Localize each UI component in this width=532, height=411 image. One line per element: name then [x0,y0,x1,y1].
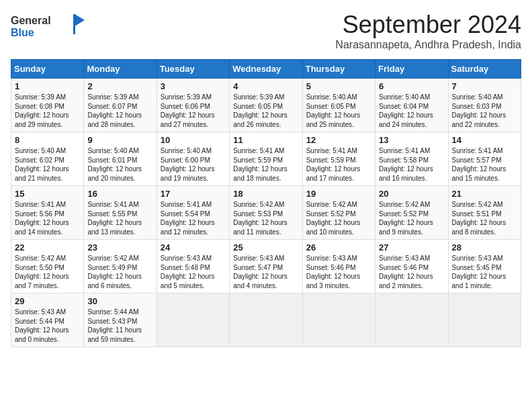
cell-info: Sunrise: 5:40 AM Sunset: 6:01 PM Dayligh… [87,146,152,183]
day-number: 8 [15,135,80,145]
day-number: 29 [15,296,80,306]
cell-info: Sunrise: 5:43 AM Sunset: 5:46 PM Dayligh… [379,254,444,290]
calendar-cell: 30Sunrise: 5:44 AM Sunset: 5:43 PM Dayli… [84,293,157,347]
cell-info: Sunrise: 5:43 AM Sunset: 5:46 PM Dayligh… [306,254,371,290]
day-number: 6 [379,81,444,91]
calendar-week-4: 22Sunrise: 5:42 AM Sunset: 5:50 PM Dayli… [11,240,521,293]
calendar-cell: 20Sunrise: 5:42 AM Sunset: 5:52 PM Dayli… [375,186,448,240]
calendar-cell: 29Sunrise: 5:43 AM Sunset: 5:44 PM Dayli… [11,293,84,347]
calendar-table: SundayMondayTuesdayWednesdayThursdayFrid… [11,59,521,347]
calendar-cell: 21Sunrise: 5:42 AM Sunset: 5:51 PM Dayli… [448,186,521,240]
day-number: 7 [452,81,517,91]
cell-info: Sunrise: 5:41 AM Sunset: 5:58 PM Dayligh… [379,146,444,183]
calendar-cell: 13Sunrise: 5:41 AM Sunset: 5:58 PM Dayli… [375,132,448,186]
logo: General Blue [11,11,85,43]
cell-info: Sunrise: 5:40 AM Sunset: 6:02 PM Dayligh… [15,146,80,183]
day-number: 30 [87,296,152,306]
cell-info: Sunrise: 5:41 AM Sunset: 5:54 PM Dayligh… [161,200,226,236]
cell-info: Sunrise: 5:41 AM Sunset: 5:57 PM Dayligh… [452,146,517,183]
calendar-cell: 19Sunrise: 5:42 AM Sunset: 5:52 PM Dayli… [302,186,375,240]
weekday-header-friday: Friday [375,60,448,79]
svg-text:Blue: Blue [11,27,34,38]
day-number: 24 [161,242,226,253]
cell-info: Sunrise: 5:41 AM Sunset: 5:59 PM Dayligh… [306,146,371,183]
cell-info: Sunrise: 5:42 AM Sunset: 5:50 PM Dayligh… [15,254,80,290]
location-title: Narasannapeta, Andhra Pradesh, India [335,39,521,51]
cell-info: Sunrise: 5:43 AM Sunset: 5:44 PM Dayligh… [15,308,80,344]
weekday-header-thursday: Thursday [302,60,375,79]
day-number: 28 [452,242,517,253]
calendar-cell [302,293,375,347]
cell-info: Sunrise: 5:40 AM Sunset: 6:05 PM Dayligh… [306,93,371,129]
calendar-cell: 4Sunrise: 5:39 AM Sunset: 6:05 PM Daylig… [230,79,302,132]
calendar-cell: 27Sunrise: 5:43 AM Sunset: 5:46 PM Dayli… [375,240,448,293]
cell-info: Sunrise: 5:43 AM Sunset: 5:48 PM Dayligh… [161,254,226,290]
cell-info: Sunrise: 5:40 AM Sunset: 6:00 PM Dayligh… [161,146,226,183]
calendar-cell: 8Sunrise: 5:40 AM Sunset: 6:02 PM Daylig… [11,132,84,186]
cell-info: Sunrise: 5:44 AM Sunset: 5:43 PM Dayligh… [87,308,152,344]
cell-info: Sunrise: 5:43 AM Sunset: 5:45 PM Dayligh… [452,254,517,290]
logo-text: General Blue [11,11,85,43]
day-number: 19 [306,189,371,199]
cell-info: Sunrise: 5:41 AM Sunset: 5:56 PM Dayligh… [15,200,80,236]
calendar-cell: 11Sunrise: 5:41 AM Sunset: 5:59 PM Dayli… [230,132,302,186]
cell-info: Sunrise: 5:42 AM Sunset: 5:51 PM Dayligh… [452,200,517,236]
calendar-cell: 7Sunrise: 5:40 AM Sunset: 6:03 PM Daylig… [448,79,521,132]
calendar-cell: 10Sunrise: 5:40 AM Sunset: 6:00 PM Dayli… [157,132,229,186]
day-number: 9 [87,135,152,145]
svg-marker-2 [75,14,85,26]
calendar-cell: 1Sunrise: 5:39 AM Sunset: 6:08 PM Daylig… [11,79,84,132]
weekday-header-wednesday: Wednesday [230,60,302,79]
month-title: September 2024 [335,11,521,39]
day-number: 3 [161,81,226,91]
calendar-cell: 22Sunrise: 5:42 AM Sunset: 5:50 PM Dayli… [11,240,84,293]
weekday-header-tuesday: Tuesday [157,60,229,79]
cell-info: Sunrise: 5:40 AM Sunset: 6:04 PM Dayligh… [379,93,444,129]
svg-text:General: General [11,15,51,26]
calendar-week-3: 15Sunrise: 5:41 AM Sunset: 5:56 PM Dayli… [11,186,521,240]
calendar-cell: 14Sunrise: 5:41 AM Sunset: 5:57 PM Dayli… [448,132,521,186]
cell-info: Sunrise: 5:42 AM Sunset: 5:52 PM Dayligh… [379,200,444,236]
day-number: 2 [87,81,152,91]
day-number: 26 [306,242,371,253]
day-number: 23 [87,242,152,253]
day-number: 10 [161,135,226,145]
calendar-cell: 17Sunrise: 5:41 AM Sunset: 5:54 PM Dayli… [157,186,229,240]
cell-info: Sunrise: 5:42 AM Sunset: 5:49 PM Dayligh… [87,254,152,290]
calendar-cell: 5Sunrise: 5:40 AM Sunset: 6:05 PM Daylig… [302,79,375,132]
day-number: 20 [379,189,444,199]
calendar-cell: 12Sunrise: 5:41 AM Sunset: 5:59 PM Dayli… [302,132,375,186]
calendar-week-1: 1Sunrise: 5:39 AM Sunset: 6:08 PM Daylig… [11,79,521,132]
cell-info: Sunrise: 5:41 AM Sunset: 5:55 PM Dayligh… [87,200,152,236]
calendar-cell: 26Sunrise: 5:43 AM Sunset: 5:46 PM Dayli… [302,240,375,293]
cell-info: Sunrise: 5:41 AM Sunset: 5:59 PM Dayligh… [233,146,298,183]
day-number: 14 [452,135,517,145]
day-number: 21 [452,189,517,199]
cell-info: Sunrise: 5:39 AM Sunset: 6:07 PM Dayligh… [87,93,152,129]
cell-info: Sunrise: 5:43 AM Sunset: 5:47 PM Dayligh… [233,254,298,290]
calendar-cell [375,293,448,347]
calendar-cell: 23Sunrise: 5:42 AM Sunset: 5:49 PM Dayli… [84,240,157,293]
calendar-cell: 16Sunrise: 5:41 AM Sunset: 5:55 PM Dayli… [84,186,157,240]
calendar-cell [230,293,302,347]
weekday-header-monday: Monday [84,60,157,79]
calendar-cell: 25Sunrise: 5:43 AM Sunset: 5:47 PM Dayli… [230,240,302,293]
day-number: 11 [233,135,298,145]
day-number: 5 [306,81,371,91]
calendar-cell: 15Sunrise: 5:41 AM Sunset: 5:56 PM Dayli… [11,186,84,240]
calendar-cell: 9Sunrise: 5:40 AM Sunset: 6:01 PM Daylig… [84,132,157,186]
day-number: 18 [233,189,298,199]
day-number: 1 [15,81,80,91]
day-number: 4 [233,81,298,91]
day-number: 25 [233,242,298,253]
day-number: 12 [306,135,371,145]
cell-info: Sunrise: 5:42 AM Sunset: 5:52 PM Dayligh… [306,200,371,236]
cell-info: Sunrise: 5:39 AM Sunset: 6:08 PM Dayligh… [15,93,80,129]
day-number: 16 [87,189,152,199]
calendar-cell: 24Sunrise: 5:43 AM Sunset: 5:48 PM Dayli… [157,240,229,293]
calendar-cell [448,293,521,347]
calendar-cell: 3Sunrise: 5:39 AM Sunset: 6:06 PM Daylig… [157,79,229,132]
weekday-header-sunday: Sunday [11,60,84,79]
day-number: 13 [379,135,444,145]
calendar-week-5: 29Sunrise: 5:43 AM Sunset: 5:44 PM Dayli… [11,293,521,347]
